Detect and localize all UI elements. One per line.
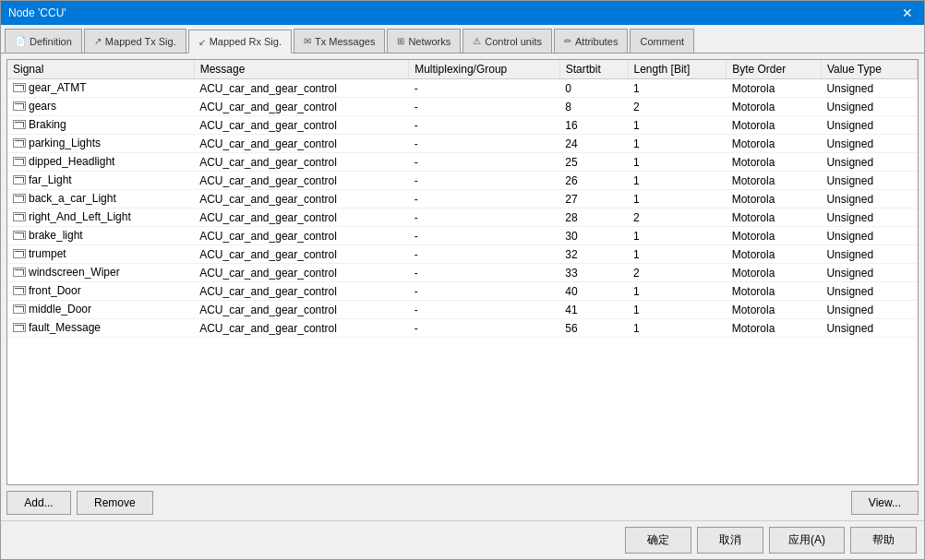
cell-signal: dipped_Headlight [7,153,194,172]
cell-byte-order: Motorola [727,245,822,264]
cell-byte-order: Motorola [727,135,822,153]
confirm-button[interactable]: 确定 [625,527,691,554]
cell-multiplexing: - [409,301,560,319]
apply-button[interactable]: 应用(A) [769,527,845,554]
help-button[interactable]: 帮助 [850,527,917,554]
signal-table: Signal Message Multiplexing/Group Startb… [7,60,918,338]
cell-value-type: Unsigned [821,282,917,301]
table-row[interactable]: windscreen_Wiper ACU_car_and_gear_contro… [7,264,918,282]
cell-multiplexing: - [409,245,560,264]
cell-message: ACU_car_and_gear_control [194,245,409,264]
cell-value-type: Unsigned [821,245,917,264]
table-row[interactable]: dipped_Headlight ACU_car_and_gear_contro… [7,153,918,172]
table-row[interactable]: gears ACU_car_and_gear_control-82Motorol… [7,98,918,116]
cell-multiplexing: - [409,153,560,172]
window-title: Node 'CCU' [8,6,66,19]
table-row[interactable]: right_And_Left_Light ACU_car_and_gear_co… [7,209,918,227]
cell-multiplexing: - [409,209,560,227]
tab-attributes-label: Attributes [575,36,618,47]
remove-button[interactable]: Remove [77,491,153,515]
cell-length: 1 [628,153,727,172]
tab-definition[interactable]: 📄 Definition [5,29,82,53]
cell-message: ACU_car_and_gear_control [194,116,409,135]
table-row[interactable]: front_Door ACU_car_and_gear_control-401M… [7,282,918,301]
col-byte-order: Byte Order [727,60,822,79]
cell-value-type: Unsigned [821,153,917,172]
cell-signal: fault_Message [7,319,194,338]
cell-multiplexing: - [409,319,560,338]
tab-mapped-rx-label: Mapped Rx Sig. [210,36,282,47]
cell-value-type: Unsigned [821,116,917,135]
cell-signal: windscreen_Wiper [7,264,194,282]
table-row[interactable]: far_Light ACU_car_and_gear_control-261Mo… [7,172,918,190]
tab-attributes[interactable]: ✏ Attributes [554,29,628,53]
signal-table-container: Signal Message Multiplexing/Group Startb… [6,59,919,485]
add-button[interactable]: Add... [6,491,71,515]
col-startbit: Startbit [559,60,628,79]
table-row[interactable]: parking_Lights ACU_car_and_gear_control-… [7,135,918,153]
cell-message: ACU_car_and_gear_control [194,319,409,338]
cell-length: 1 [628,301,727,319]
table-row[interactable]: back_a_car_Light ACU_car_and_gear_contro… [7,190,918,209]
table-row[interactable]: brake_light ACU_car_and_gear_control-301… [7,227,918,245]
cell-length: 2 [628,209,727,227]
cell-message: ACU_car_and_gear_control [194,282,409,301]
cell-multiplexing: - [409,116,560,135]
cell-byte-order: Motorola [727,209,822,227]
cell-multiplexing: - [409,227,560,245]
cell-value-type: Unsigned [821,172,917,190]
cell-startbit: 56 [559,319,628,338]
col-multiplexing: Multiplexing/Group [409,60,560,79]
cell-multiplexing: - [409,190,560,209]
left-buttons: Add... Remove [6,491,153,515]
cell-byte-order: Motorola [727,172,822,190]
tab-mapped-tx-label: Mapped Tx Sig. [105,36,176,47]
cell-startbit: 16 [559,116,628,135]
cancel-button[interactable]: 取消 [697,527,763,554]
cell-length: 1 [628,135,727,153]
cell-startbit: 26 [559,172,628,190]
cell-message: ACU_car_and_gear_control [194,301,409,319]
tab-comment-label: Comment [640,36,684,47]
cell-byte-order: Motorola [727,227,822,245]
cell-value-type: Unsigned [821,301,917,319]
table-row[interactable]: Braking ACU_car_and_gear_control-161Moto… [7,116,918,135]
cell-signal: gears [7,98,194,116]
cell-startbit: 32 [559,245,628,264]
table-row[interactable]: fault_Message ACU_car_and_gear_control-5… [7,319,918,338]
cell-startbit: 24 [559,135,628,153]
cell-byte-order: Motorola [727,79,822,98]
col-message: Message [194,60,409,79]
cell-byte-order: Motorola [727,98,822,116]
main-window: Node 'CCU' ✕ 📄 Definition ↗ Mapped Tx Si… [0,0,925,560]
mapped-rx-icon: ↙ [198,37,206,47]
tab-comment[interactable]: Comment [630,29,694,53]
cell-length: 1 [628,245,727,264]
table-row[interactable]: trumpet ACU_car_and_gear_control-321Moto… [7,245,918,264]
tab-mapped-tx-sig[interactable]: ↗ Mapped Tx Sig. [84,29,186,53]
tab-tx-messages-label: Tx Messages [315,36,375,47]
mapped-tx-icon: ↗ [94,36,102,46]
cell-message: ACU_car_and_gear_control [194,153,409,172]
cell-length: 1 [628,319,727,338]
cell-length: 1 [628,116,727,135]
content-area: Signal Message Multiplexing/Group Startb… [1,54,924,520]
cell-multiplexing: - [409,98,560,116]
view-button[interactable]: View... [851,491,919,515]
cell-message: ACU_car_and_gear_control [194,264,409,282]
cell-value-type: Unsigned [821,135,917,153]
cell-multiplexing: - [409,264,560,282]
cell-message: ACU_car_and_gear_control [194,98,409,116]
table-row[interactable]: gear_ATMT ACU_car_and_gear_control-01Mot… [7,79,918,98]
tab-tx-messages[interactable]: ✉ Tx Messages [294,29,385,53]
cell-signal: gear_ATMT [7,79,194,98]
cell-byte-order: Motorola [727,264,822,282]
col-length: Length [Bit] [628,60,727,79]
right-buttons: View... [851,491,919,515]
tab-control-units[interactable]: ⚠ Control units [462,29,552,53]
tab-networks[interactable]: ⊞ Networks [387,29,461,53]
close-button[interactable]: ✕ [898,6,917,20]
table-row[interactable]: middle_Door ACU_car_and_gear_control-411… [7,301,918,319]
tab-mapped-rx-sig[interactable]: ↙ Mapped Rx Sig. [188,30,292,54]
cell-byte-order: Motorola [727,301,822,319]
